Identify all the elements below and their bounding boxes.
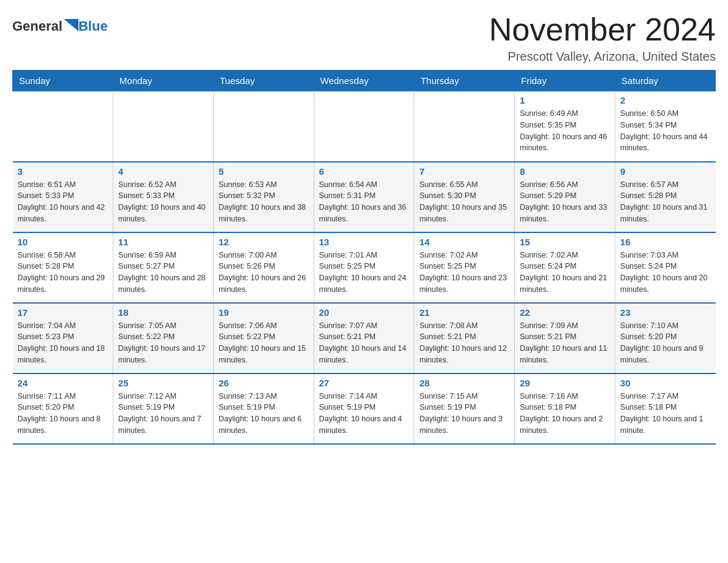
calendar-header-row: SundayMondayTuesdayWednesdayThursdayFrid… [13,71,716,91]
svg-marker-0 [64,19,78,31]
day-number: 21 [419,307,509,318]
calendar-week-row: 1Sunrise: 6:49 AMSunset: 5:35 PMDaylight… [13,91,716,162]
calendar-day-cell: 18Sunrise: 7:05 AMSunset: 5:22 PMDayligh… [113,303,213,373]
logo: General Blue [12,12,108,34]
day-number: 20 [319,307,409,318]
calendar-day-cell: 19Sunrise: 7:06 AMSunset: 5:22 PMDayligh… [213,303,314,373]
day-number: 24 [18,378,108,388]
day-info: Sunrise: 7:13 AMSunset: 5:19 PMDaylight:… [219,391,309,437]
calendar-day-cell: 28Sunrise: 7:15 AMSunset: 5:19 PMDayligh… [414,373,515,444]
day-info: Sunrise: 6:53 AMSunset: 5:32 PMDaylight:… [219,179,309,225]
day-number: 22 [520,307,610,318]
location: Prescott Valley, Arizona, United States [489,50,716,64]
day-info: Sunrise: 7:02 AMSunset: 5:24 PMDaylight:… [520,250,610,296]
day-info: Sunrise: 6:57 AMSunset: 5:28 PMDaylight:… [620,179,710,225]
calendar-day-cell: 25Sunrise: 7:12 AMSunset: 5:19 PMDayligh… [113,373,213,444]
weekday-header-saturday: Saturday [615,71,716,91]
calendar-day-cell: 29Sunrise: 7:16 AMSunset: 5:18 PMDayligh… [515,373,615,444]
day-info: Sunrise: 7:07 AMSunset: 5:21 PMDaylight:… [319,320,409,366]
day-info: Sunrise: 6:56 AMSunset: 5:29 PMDaylight:… [520,179,610,225]
day-info: Sunrise: 7:12 AMSunset: 5:19 PMDaylight:… [118,391,208,437]
calendar-day-cell: 1Sunrise: 6:49 AMSunset: 5:35 PMDaylight… [515,91,615,162]
day-number: 3 [18,166,108,177]
calendar-week-row: 3Sunrise: 6:51 AMSunset: 5:33 PMDaylight… [13,162,716,232]
day-number: 17 [18,307,108,318]
day-info: Sunrise: 7:09 AMSunset: 5:21 PMDaylight:… [520,320,610,366]
day-info: Sunrise: 7:15 AMSunset: 5:19 PMDaylight:… [419,391,509,437]
calendar-day-cell [314,91,414,162]
calendar-day-cell: 16Sunrise: 7:03 AMSunset: 5:24 PMDayligh… [615,232,716,303]
day-number: 11 [118,237,208,247]
day-number: 16 [620,237,710,247]
day-number: 27 [319,378,409,388]
day-info: Sunrise: 7:00 AMSunset: 5:26 PMDaylight:… [219,250,309,296]
weekday-header-monday: Monday [113,71,213,91]
calendar-day-cell: 30Sunrise: 7:17 AMSunset: 5:18 PMDayligh… [615,373,716,444]
calendar-week-row: 10Sunrise: 6:58 AMSunset: 5:28 PMDayligh… [13,232,716,303]
day-number: 10 [18,237,108,247]
day-number: 12 [219,237,309,247]
calendar-day-cell: 26Sunrise: 7:13 AMSunset: 5:19 PMDayligh… [213,373,314,444]
day-number: 6 [319,166,409,177]
day-number: 15 [520,237,610,247]
page-header: General Blue November 2024 Prescott Vall… [12,12,716,64]
day-number: 25 [118,378,208,388]
logo-general-text: General [12,18,63,34]
day-info: Sunrise: 7:10 AMSunset: 5:20 PMDaylight:… [620,320,710,366]
calendar-day-cell: 17Sunrise: 7:04 AMSunset: 5:23 PMDayligh… [13,303,113,373]
day-info: Sunrise: 6:58 AMSunset: 5:28 PMDaylight:… [18,250,108,296]
day-number: 9 [620,166,710,177]
day-number: 14 [419,237,509,247]
day-info: Sunrise: 7:02 AMSunset: 5:25 PMDaylight:… [419,250,509,296]
calendar-day-cell: 3Sunrise: 6:51 AMSunset: 5:33 PMDaylight… [13,162,113,232]
day-info: Sunrise: 6:59 AMSunset: 5:27 PMDaylight:… [118,250,208,296]
calendar-day-cell: 12Sunrise: 7:00 AMSunset: 5:26 PMDayligh… [213,232,314,303]
calendar-day-cell: 10Sunrise: 6:58 AMSunset: 5:28 PMDayligh… [13,232,113,303]
day-number: 28 [419,378,509,388]
day-info: Sunrise: 6:51 AMSunset: 5:33 PMDaylight:… [18,179,108,225]
day-info: Sunrise: 7:14 AMSunset: 5:19 PMDaylight:… [319,391,409,437]
calendar-day-cell: 22Sunrise: 7:09 AMSunset: 5:21 PMDayligh… [515,303,615,373]
day-info: Sunrise: 7:17 AMSunset: 5:18 PMDaylight:… [620,391,710,437]
day-number: 8 [520,166,610,177]
calendar-day-cell: 27Sunrise: 7:14 AMSunset: 5:19 PMDayligh… [314,373,414,444]
day-info: Sunrise: 7:03 AMSunset: 5:24 PMDaylight:… [620,250,710,296]
calendar-day-cell: 8Sunrise: 6:56 AMSunset: 5:29 PMDaylight… [515,162,615,232]
day-number: 30 [620,378,710,388]
calendar-day-cell [213,91,314,162]
day-number: 18 [118,307,208,318]
title-area: November 2024 Prescott Valley, Arizona, … [489,12,716,64]
day-info: Sunrise: 7:05 AMSunset: 5:22 PMDaylight:… [118,320,208,366]
calendar-day-cell [113,91,213,162]
calendar-day-cell: 7Sunrise: 6:55 AMSunset: 5:30 PMDaylight… [414,162,515,232]
calendar-day-cell: 21Sunrise: 7:08 AMSunset: 5:21 PMDayligh… [414,303,515,373]
day-number: 19 [219,307,309,318]
weekday-header-friday: Friday [515,71,615,91]
day-info: Sunrise: 7:08 AMSunset: 5:21 PMDaylight:… [419,320,509,366]
weekday-header-sunday: Sunday [13,71,113,91]
day-number: 1 [520,95,610,105]
calendar-week-row: 17Sunrise: 7:04 AMSunset: 5:23 PMDayligh… [13,303,716,373]
calendar-day-cell: 15Sunrise: 7:02 AMSunset: 5:24 PMDayligh… [515,232,615,303]
day-number: 13 [319,237,409,247]
day-info: Sunrise: 6:54 AMSunset: 5:31 PMDaylight:… [319,179,409,225]
calendar-day-cell: 23Sunrise: 7:10 AMSunset: 5:20 PMDayligh… [615,303,716,373]
day-number: 2 [620,95,710,105]
day-info: Sunrise: 6:55 AMSunset: 5:30 PMDaylight:… [419,179,509,225]
logo-blue-text: Blue [78,18,108,34]
calendar-day-cell: 11Sunrise: 6:59 AMSunset: 5:27 PMDayligh… [113,232,213,303]
day-number: 5 [219,166,309,177]
day-info: Sunrise: 6:49 AMSunset: 5:35 PMDaylight:… [520,108,610,154]
day-number: 7 [419,166,509,177]
day-info: Sunrise: 6:50 AMSunset: 5:34 PMDaylight:… [620,108,710,154]
day-number: 4 [118,166,208,177]
weekday-header-wednesday: Wednesday [314,71,414,91]
day-info: Sunrise: 7:04 AMSunset: 5:23 PMDaylight:… [18,320,108,366]
day-number: 29 [520,378,610,388]
calendar-day-cell: 20Sunrise: 7:07 AMSunset: 5:21 PMDayligh… [314,303,414,373]
calendar-week-row: 24Sunrise: 7:11 AMSunset: 5:20 PMDayligh… [13,373,716,444]
calendar-table: SundayMondayTuesdayWednesdayThursdayFrid… [12,70,716,445]
calendar-day-cell: 5Sunrise: 6:53 AMSunset: 5:32 PMDaylight… [213,162,314,232]
calendar-day-cell: 13Sunrise: 7:01 AMSunset: 5:25 PMDayligh… [314,232,414,303]
calendar-day-cell: 9Sunrise: 6:57 AMSunset: 5:28 PMDaylight… [615,162,716,232]
